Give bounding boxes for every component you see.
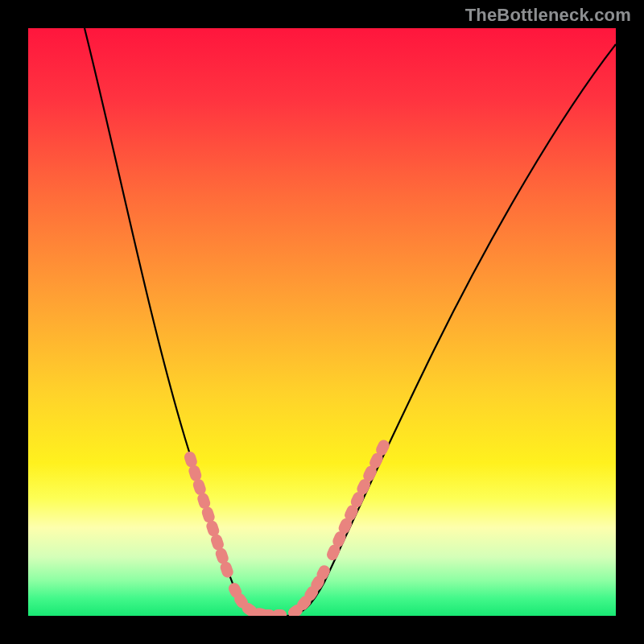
chart-stage: TheBottleneck.com xyxy=(0,0,644,644)
data-points xyxy=(190,439,387,615)
bottleneck-curve xyxy=(28,28,616,616)
watermark-text: TheBottleneck.com xyxy=(465,5,631,26)
plot-area xyxy=(28,28,616,616)
